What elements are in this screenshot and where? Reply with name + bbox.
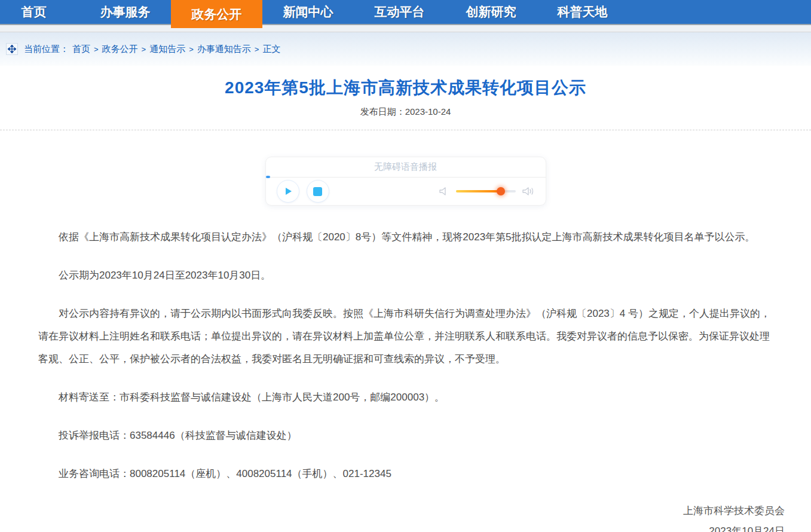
nav-item-science[interactable]: 科普天地 xyxy=(537,0,628,24)
top-navigation: 首页 办事服务 政务公开 新闻中心 互动平台 创新研究 科普天地 xyxy=(0,0,811,25)
signature-date: 2023年10月24日 xyxy=(0,521,785,532)
playback-progress-bar xyxy=(266,176,270,178)
breadcrumb-link-home[interactable]: 首页 xyxy=(72,44,90,55)
volume-knob[interactable] xyxy=(497,187,505,195)
breadcrumb-separator: > xyxy=(142,45,146,54)
breadcrumb: 当前位置： 首页 > 政务公开 > 通知告示 > 办事通知告示 > 正文 xyxy=(0,32,811,66)
signature-block: 上海市科学技术委员会 2023年10月24日 xyxy=(0,501,811,532)
breadcrumb-separator: > xyxy=(255,45,259,54)
nav-sub-band xyxy=(0,25,811,32)
breadcrumb-label: 当前位置： xyxy=(24,44,69,55)
paragraph: 材料寄送至：市科委科技监督与诚信建设处（上海市人民大道200号，邮编200003… xyxy=(38,386,773,409)
dashed-divider xyxy=(0,130,811,130)
move-cross-icon xyxy=(6,43,18,55)
stop-button[interactable] xyxy=(307,180,329,203)
publish-date-value: 2023-10-24 xyxy=(405,106,451,117)
article-body: 依据《上海市高新技术成果转化项目认定办法》（沪科规〔2020〕8号）等文件精神，… xyxy=(0,206,811,485)
breadcrumb-link-notices[interactable]: 通知告示 xyxy=(149,44,185,55)
nav-item-news[interactable]: 新闻中心 xyxy=(262,0,354,24)
page-title: 2023年第5批上海市高新技术成果转化项目公示 xyxy=(0,77,811,99)
breadcrumb-separator: > xyxy=(94,45,99,54)
volume-fill xyxy=(456,190,501,192)
breadcrumb-link-gov-disclosure[interactable]: 政务公开 xyxy=(102,44,138,55)
audio-player-title: 无障碍语音播报 xyxy=(374,161,437,173)
nav-item-gov-disclosure[interactable]: 政务公开 xyxy=(171,0,262,28)
volume-zone xyxy=(438,185,535,197)
audio-player: 无障碍语音播报 xyxy=(265,157,546,206)
paragraph: 投诉举报电话：63584446（科技监督与诚信建设处） xyxy=(38,424,773,447)
nav-item-services[interactable]: 办事服务 xyxy=(79,0,171,24)
paragraph: 依据《上海市高新技术成果转化项目认定办法》（沪科规〔2020〕8号）等文件精神，… xyxy=(38,226,773,249)
paragraph: 业务咨询电话：8008205114（座机）、4008205114（手机）、021… xyxy=(38,463,773,485)
publish-date: 发布日期：2023-10-24 xyxy=(0,106,811,118)
nav-item-home[interactable]: 首页 xyxy=(0,0,79,24)
speaker-mute-icon[interactable] xyxy=(438,185,450,197)
publish-date-label: 发布日期： xyxy=(360,106,405,117)
play-icon xyxy=(283,186,293,196)
speaker-waves-icon[interactable] xyxy=(522,185,535,197)
play-button[interactable] xyxy=(277,180,299,203)
audio-player-header: 无障碍语音播报 xyxy=(266,157,546,178)
breadcrumb-link-service-notices[interactable]: 办事通知告示 xyxy=(197,44,251,55)
audio-player-controls xyxy=(266,178,546,205)
breadcrumb-separator: > xyxy=(189,45,194,54)
volume-slider[interactable] xyxy=(456,190,516,192)
paragraph: 公示期为2023年10月24日至2023年10月30日。 xyxy=(38,264,773,287)
nav-item-innovation[interactable]: 创新研究 xyxy=(445,0,537,24)
paragraph: 对公示内容持有异议的，请于公示期内以书面形式向我委反映。按照《上海市科研失信行为… xyxy=(38,302,773,371)
nav-item-interaction[interactable]: 互动平台 xyxy=(354,0,445,24)
signature-org: 上海市科学技术委员会 xyxy=(0,501,785,521)
breadcrumb-link-current[interactable]: 正文 xyxy=(262,44,280,55)
stop-icon xyxy=(313,187,322,196)
